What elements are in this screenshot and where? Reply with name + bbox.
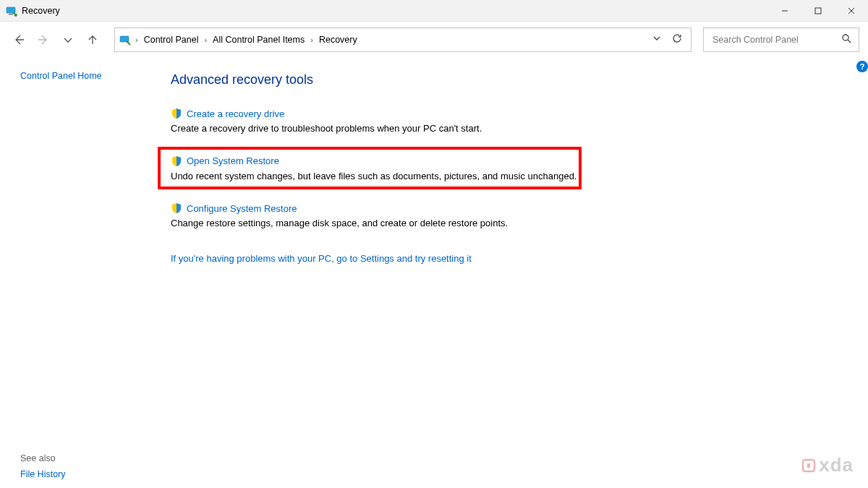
control-panel-home-link[interactable]: Control Panel Home — [20, 71, 159, 81]
up-button[interactable] — [82, 30, 103, 50]
shield-icon — [171, 155, 182, 167]
recent-locations-button[interactable] — [58, 30, 78, 50]
search-icon[interactable] — [841, 33, 851, 46]
address-bar[interactable]: › Control Panel › All Control Panel Item… — [114, 27, 692, 52]
refresh-button[interactable] — [672, 33, 682, 46]
window-title: Recovery — [22, 6, 60, 16]
close-button[interactable] — [835, 0, 868, 22]
watermark-text: xda — [819, 454, 854, 476]
chevron-right-icon[interactable]: › — [204, 35, 207, 44]
tool-description: Change restore settings, manage disk spa… — [171, 217, 692, 230]
recovery-icon — [6, 5, 17, 17]
window-controls — [768, 0, 868, 22]
tool-open-system-restore: Open System Restore Undo recent system c… — [171, 151, 839, 187]
see-also-section: See also File History — [20, 453, 66, 479]
back-button[interactable] — [9, 30, 29, 50]
forward-button[interactable] — [33, 30, 54, 50]
search-input[interactable] — [711, 34, 851, 46]
tool-configure-system-restore: Configure System Restore Change restore … — [171, 202, 839, 230]
svg-rect-1 — [9, 14, 13, 15]
tool-create-recovery-drive: Create a recovery drive Create a recover… — [171, 108, 839, 135]
file-history-link[interactable]: File History — [20, 469, 66, 479]
page-heading: Advanced recovery tools — [171, 72, 839, 87]
svg-point-7 — [843, 35, 848, 40]
breadcrumb-item[interactable]: All Control Panel Items — [211, 35, 306, 45]
sidebar: Control Panel Home See also File History — [0, 58, 159, 488]
chevron-right-icon[interactable]: › — [310, 35, 313, 44]
address-icon — [119, 34, 131, 46]
open-system-restore-link[interactable]: Open System Restore — [187, 155, 279, 166]
search-box[interactable] — [703, 27, 859, 52]
watermark: xda — [800, 454, 854, 476]
minimize-button[interactable] — [768, 0, 801, 22]
breadcrumb-item[interactable]: Recovery — [318, 35, 359, 45]
create-recovery-drive-link[interactable]: Create a recovery drive — [187, 108, 284, 119]
chevron-down-icon[interactable] — [652, 33, 662, 46]
svg-rect-10 — [807, 463, 810, 468]
body: ? Control Panel Home See also File Histo… — [0, 58, 868, 488]
shield-icon — [171, 108, 182, 119]
breadcrumb-item[interactable]: Control Panel — [142, 35, 200, 45]
content-area: Advanced recovery tools Create a recover… — [159, 58, 868, 488]
shield-icon — [171, 202, 182, 214]
tool-description: Undo recent system changes, but leave fi… — [171, 170, 692, 183]
watermark-icon — [800, 457, 817, 474]
see-also-heading: See also — [20, 453, 66, 463]
svg-line-8 — [848, 40, 851, 43]
nav-toolbar: › Control Panel › All Control Panel Item… — [0, 22, 868, 58]
svg-rect-3 — [815, 8, 821, 14]
configure-system-restore-link[interactable]: Configure System Restore — [187, 203, 297, 214]
reset-pc-link[interactable]: If you're having problems with your PC, … — [171, 253, 472, 264]
maximize-button[interactable] — [801, 0, 835, 22]
tool-description: Create a recovery drive to troubleshoot … — [171, 122, 692, 135]
chevron-right-icon[interactable]: › — [135, 35, 138, 44]
titlebar: Recovery — [0, 0, 868, 22]
